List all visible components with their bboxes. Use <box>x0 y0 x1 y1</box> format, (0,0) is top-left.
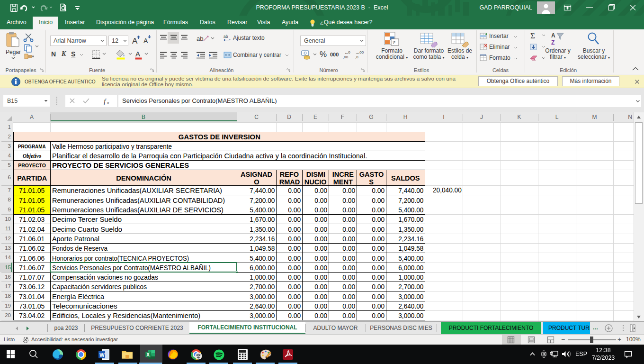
svg-text:f: f <box>104 98 107 105</box>
svg-text:≠: ≠ <box>393 39 395 45</box>
svg-text:x: x <box>107 100 109 105</box>
svg-text:A: A <box>143 37 148 45</box>
svg-text:A: A <box>551 32 555 39</box>
svg-text:,0: ,0 <box>355 55 358 59</box>
svg-text:.0: .0 <box>347 50 350 55</box>
svg-text:Z: Z <box>551 39 555 46</box>
svg-text:W: W <box>99 352 105 358</box>
svg-text:A: A <box>135 50 140 58</box>
svg-text:.00: .00 <box>358 50 364 55</box>
svg-text:ab: ab <box>197 35 203 42</box>
svg-text:ab: ab <box>224 34 228 39</box>
svg-text:A: A <box>132 36 138 46</box>
svg-text:X: X <box>146 352 150 357</box>
svg-text:,00: ,00 <box>343 55 349 59</box>
